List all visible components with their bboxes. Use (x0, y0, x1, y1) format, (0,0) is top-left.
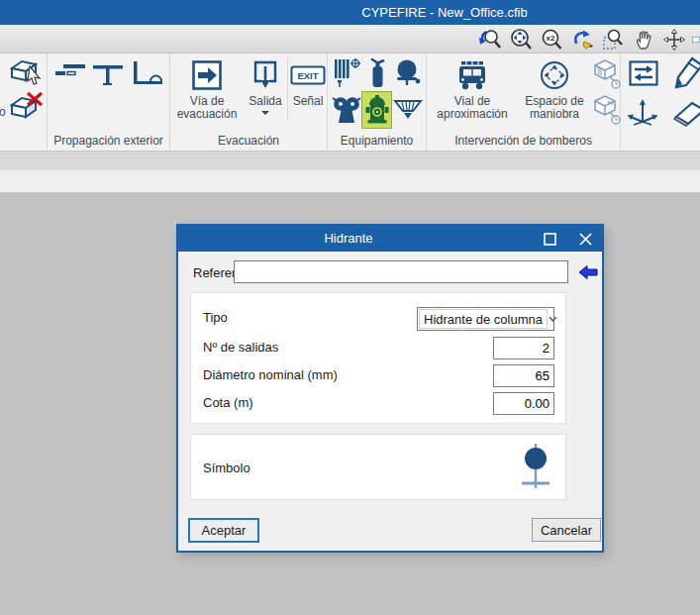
facade-strip-icon (53, 59, 87, 89)
toolbar-strip-lower (0, 170, 700, 192)
zoom-window-button[interactable] (600, 27, 626, 52)
dry-riser-lower-button[interactable] (591, 93, 621, 125)
dialog-title: Hidrante (324, 231, 372, 246)
pan-hand-icon (632, 28, 655, 51)
close-button[interactable] (570, 226, 600, 252)
senal-button[interactable]: EXIT Señal (287, 57, 328, 121)
espacio-maniobra-label: Espacio de maniobra (519, 95, 590, 121)
cancelar-button[interactable]: Cancelar (532, 518, 601, 542)
salida-label: Salida (249, 95, 281, 108)
back-arrow-icon (578, 264, 598, 280)
hydrant-icon (364, 94, 390, 126)
back-arrow-button[interactable] (578, 264, 598, 280)
zoom-previous-icon (478, 28, 502, 51)
close-icon (579, 233, 592, 246)
fire-truck-icon (454, 59, 490, 91)
move-arrows-button[interactable] (626, 97, 659, 127)
num-salidas-input[interactable] (493, 337, 554, 359)
vial-aproximacion-label: Vial de aproximación (428, 95, 517, 121)
move-view-button[interactable] (661, 27, 687, 52)
salida-dropdown-arrow-icon[interactable] (261, 111, 269, 115)
cropped-toolbar-icon (692, 27, 700, 52)
eraser-button[interactable] (672, 99, 700, 127)
diametro-nominal-input[interactable] (493, 364, 554, 387)
toolbar-strip-upper (0, 152, 700, 170)
facade-junction-button[interactable] (91, 59, 125, 89)
vial-aproximacion-button[interactable]: Vial de aproximación (427, 57, 518, 121)
aceptar-button-label: Aceptar (202, 523, 247, 538)
espacio-maniobra-button[interactable]: Espacio de maniobra (518, 57, 591, 121)
redraw-button[interactable] (569, 27, 595, 52)
svg-text:EXIT: EXIT (297, 70, 318, 81)
tipo-select[interactable]: Hidrante de columna (417, 307, 554, 331)
maximize-button[interactable] (535, 226, 564, 252)
facade-strip-button[interactable] (53, 59, 87, 89)
quick-toolbar-icons: x2 (477, 26, 700, 52)
facade-corner-icon (129, 59, 164, 89)
delete-element-button[interactable] (6, 91, 44, 123)
zoom-x2-button[interactable]: x2 (539, 27, 564, 52)
simbolo-label: Símbolo (203, 461, 250, 475)
hydrant-button-selected[interactable] (361, 91, 392, 129)
swap-arrows-icon (629, 60, 658, 86)
aceptar-button[interactable]: Aceptar (188, 518, 259, 543)
eraser-icon (672, 99, 700, 127)
via-evacuacion-button[interactable]: Vía de evacuación (170, 57, 244, 121)
ribbon-group-label: Evacuación (170, 134, 327, 148)
cota-input[interactable] (493, 392, 554, 415)
hose-reel-icon (332, 57, 361, 89)
quick-access-toolbar: x2 (0, 25, 700, 53)
ribbon-group-propagacion-exterior: Propagación exterior (48, 53, 170, 151)
via-evacuacion-label: Vía de evacuación (172, 95, 242, 121)
window-title: CYPEFIRE - New_Office.cfib (361, 5, 527, 20)
ribbon-group-equipamiento: Equipamiento (328, 53, 427, 151)
tipo-select-value: Hidrante de columna (419, 309, 548, 329)
parameters-groupbox: Tipo Hidrante de columna Nº de salidas D… (190, 292, 566, 424)
diametro-nominal-label: Diámetro nominal (mm) (203, 367, 338, 382)
sprinkler-button[interactable] (393, 98, 423, 122)
ribbon-group-evacuacion: Vía de evacuación Salida EXIT (170, 53, 328, 151)
zoom-extents-button[interactable] (508, 27, 534, 52)
edit-element-button[interactable] (6, 56, 44, 88)
edit-pencil-button[interactable] (670, 55, 700, 89)
alarm-bell-button[interactable] (393, 58, 423, 88)
chevron-down-icon[interactable] (549, 308, 557, 330)
hydrant-plan-symbol (516, 442, 555, 493)
dialog-titlebar[interactable]: Hidrante (178, 226, 602, 252)
dry-riser-upper-button[interactable] (591, 57, 621, 89)
svg-text:x2: x2 (547, 34, 555, 43)
exit-sign-icon: EXIT (290, 65, 326, 85)
salida-button[interactable]: Salida (244, 57, 287, 121)
swap-arrows-button[interactable] (629, 60, 658, 86)
zoom-extents-icon (509, 28, 533, 51)
extinguisher-button[interactable] (367, 56, 387, 90)
cropped-label-text: o (0, 105, 6, 119)
ribbon-group-intervencion-bomberos: Vial de aproximación Espacio de maniobra (427, 53, 621, 151)
cancelar-button-label: Cancelar (541, 523, 592, 538)
simbolo-groupbox: Símbolo (190, 434, 566, 500)
redraw-icon (570, 28, 594, 51)
dry-riser-upper-icon (591, 57, 621, 89)
maximize-icon (544, 233, 556, 246)
num-salidas-label: Nº de salidas (203, 340, 278, 355)
window-titlebar: CYPEFIRE - New_Office.cfib (0, 0, 700, 25)
evacuation-route-icon (192, 60, 222, 90)
siamese-connection-icon (331, 95, 362, 125)
exit-door-icon (252, 59, 278, 91)
move-arrows-icon (626, 97, 659, 127)
facade-corner-button[interactable] (129, 59, 164, 89)
tipo-label: Tipo (203, 310, 228, 325)
ribbon: o (0, 53, 700, 152)
siamese-connection-button[interactable] (331, 95, 362, 125)
ribbon-group-cropped-left: o (0, 53, 48, 151)
extinguisher-icon (367, 56, 387, 90)
zoom-previous-button[interactable] (477, 27, 503, 52)
alarm-bell-icon (393, 58, 423, 88)
senal-label: Señal (293, 95, 324, 108)
facade-junction-icon (91, 59, 125, 89)
hose-reel-button[interactable] (332, 57, 361, 89)
pan-button[interactable] (631, 27, 656, 52)
dry-riser-lower-icon (591, 93, 621, 125)
edit-pencil-icon (670, 55, 700, 89)
referencia-input[interactable] (234, 260, 568, 283)
